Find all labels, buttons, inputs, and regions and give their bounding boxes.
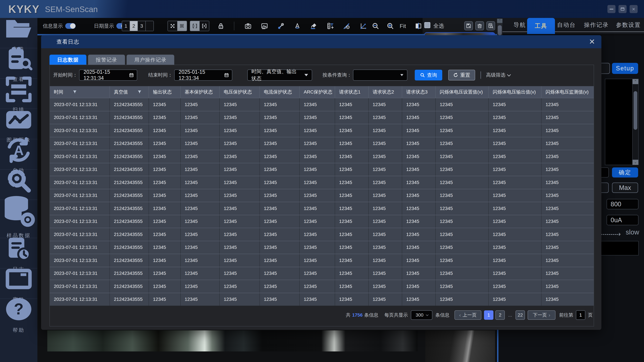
table-row[interactable]: 2023-07-01 12:13:31212423435551234512345… bbox=[50, 228, 594, 241]
confirm-button[interactable]: 确定 bbox=[612, 167, 638, 177]
image-thumbnail[interactable] bbox=[424, 32, 495, 35]
max-button[interactable]: Max bbox=[612, 183, 638, 193]
detector-listbox[interactable]: ⌃ ⌄ bbox=[605, 79, 639, 165]
voltage-input[interactable]: 800 bbox=[606, 199, 638, 209]
scroll-down-icon[interactable]: ⌄ bbox=[632, 160, 638, 165]
table-row[interactable]: 2023-07-01 12:13:31212423435551234512345… bbox=[50, 98, 594, 111]
delete-image-button[interactable] bbox=[475, 21, 484, 30]
table-row[interactable]: 2023-07-01 12:13:31212423435551234512345… bbox=[50, 254, 594, 267]
zoom-in-button[interactable] bbox=[386, 21, 395, 31]
right-tab-2[interactable]: 工具 bbox=[527, 18, 555, 34]
pattern-sparse-button[interactable] bbox=[168, 21, 177, 31]
table-row[interactable]: 2023-07-01 12:13:31212423435551234512345… bbox=[50, 150, 594, 163]
per-page-select[interactable]: 300 bbox=[411, 310, 432, 320]
image-list-scrollbar[interactable]: ⌃ bbox=[497, 18, 502, 35]
view-button-blank[interactable] bbox=[146, 21, 154, 31]
column-header[interactable]: 真空值 bbox=[110, 86, 149, 98]
dialog-tab[interactable]: 日志数据 bbox=[50, 55, 86, 65]
column-header[interactable]: 电压保护状态 bbox=[220, 86, 260, 98]
scrollbar-thumb[interactable] bbox=[634, 91, 637, 130]
goto-page-input[interactable]: 1 bbox=[576, 310, 585, 320]
end-time-input[interactable]: 2025-01-15 12:31:34 bbox=[174, 69, 232, 81]
right-tab-4[interactable]: 操作记录 bbox=[584, 18, 609, 32]
field-select[interactable]: 时间、真空值、输出状态 bbox=[247, 69, 312, 81]
marker-button[interactable] bbox=[309, 21, 318, 31]
column-header[interactable]: 请求状态1 bbox=[335, 86, 368, 98]
right-tab-3[interactable]: 自动台 bbox=[557, 18, 576, 32]
setup-button[interactable]: Setup bbox=[612, 63, 638, 74]
dialog-header[interactable]: 查看日志 ✕ bbox=[41, 35, 602, 48]
sidebar-item-view[interactable]: 查看 bbox=[0, 48, 38, 79]
dialog-tab[interactable]: 报警记录 bbox=[88, 55, 125, 65]
text-button[interactable] bbox=[293, 21, 302, 31]
advanced-filter-button[interactable]: 高级筛选 bbox=[486, 72, 510, 78]
pattern-dense-button[interactable] bbox=[177, 21, 187, 31]
current-input[interactable]: 0uA bbox=[606, 215, 638, 225]
view-button-1[interactable]: 1 bbox=[122, 21, 130, 31]
right-tab-1[interactable]: 导航 bbox=[514, 18, 526, 32]
table-row[interactable]: 2023-07-01 12:13:31212423435551234512345… bbox=[50, 293, 594, 306]
zoom-out-button[interactable] bbox=[371, 21, 380, 31]
minimize-button[interactable] bbox=[608, 5, 616, 13]
dialog-tab[interactable]: 用户操作记录 bbox=[126, 55, 174, 65]
sidebar-item-log[interactable]: 日志 bbox=[0, 238, 38, 269]
sidebar-item-help[interactable]: ?帮助 bbox=[0, 299, 38, 329]
column-header[interactable]: 请求状态3 bbox=[402, 86, 436, 98]
table-row[interactable]: 2023-07-01 12:13:31212423435551234512345… bbox=[50, 280, 594, 293]
sidebar-item-graphics[interactable]: 图形图像 bbox=[0, 109, 38, 139]
maximize-button[interactable] bbox=[618, 5, 626, 13]
column-header[interactable]: 闪烁体电压输出值(v) bbox=[489, 86, 542, 98]
table-row[interactable]: 2023-07-01 12:13:31212423435551234512345… bbox=[50, 176, 594, 189]
table-row[interactable]: 2023-07-01 12:13:31212423435551234512345… bbox=[50, 241, 594, 254]
sidebar-item-scan[interactable]: 扫描 bbox=[0, 79, 38, 109]
image-button[interactable] bbox=[260, 21, 269, 31]
sidebar-item-folder[interactable]: 文件 bbox=[0, 18, 38, 48]
page-number-button[interactable]: 22 bbox=[516, 310, 525, 320]
column-header[interactable]: 闪烁体电压监测值(v) bbox=[542, 86, 594, 98]
listbox-scrollbar[interactable]: ⌃ ⌄ bbox=[632, 79, 638, 165]
table-row[interactable]: 2023-07-01 12:13:31212423435551234512345… bbox=[50, 111, 594, 124]
dialog-close-button[interactable]: ✕ bbox=[588, 37, 596, 46]
query-button[interactable]: 查询 bbox=[415, 70, 442, 80]
close-window-button[interactable]: × bbox=[630, 5, 638, 13]
table-row[interactable]: 2023-07-01 12:13:31212423435551234512345… bbox=[50, 124, 594, 137]
condition-select[interactable] bbox=[353, 69, 407, 81]
next-page-button[interactable]: 下一页 › bbox=[528, 310, 556, 320]
column-header[interactable]: 闪烁体电压设置值(v) bbox=[436, 86, 489, 98]
measure-button[interactable] bbox=[326, 21, 335, 31]
start-time-input[interactable]: 2025-01-15 12:31:34 bbox=[79, 69, 137, 81]
column-header[interactable]: 电流保护状态 bbox=[260, 86, 300, 98]
page-number-button[interactable]: 1 bbox=[484, 310, 494, 320]
view-button-2[interactable]: 2 bbox=[130, 21, 138, 31]
save-image-button[interactable] bbox=[464, 21, 473, 30]
column-header[interactable]: 时间 bbox=[50, 86, 110, 98]
camera-button[interactable] bbox=[243, 21, 253, 31]
split-view-button[interactable] bbox=[414, 21, 423, 31]
info-display-toggle[interactable] bbox=[65, 23, 76, 29]
view-button-3[interactable]: 3 bbox=[138, 21, 146, 31]
table-row[interactable]: 2023-07-01 12:13:31212423435551234512345… bbox=[50, 215, 594, 228]
sidebar-item-sample-data[interactable]: 样品数据 管理 bbox=[0, 200, 38, 238]
scroll-up-icon[interactable]: ⌃ bbox=[632, 79, 638, 84]
fit-button[interactable]: Fit bbox=[400, 23, 406, 29]
table-row[interactable]: 2023-07-01 12:13:31212423435551234512345… bbox=[50, 202, 594, 215]
scrollbar-thumb[interactable] bbox=[498, 25, 502, 35]
protractor-button[interactable] bbox=[342, 21, 351, 31]
image-report-button[interactable] bbox=[486, 21, 495, 30]
area-solid-button[interactable] bbox=[200, 21, 209, 31]
right-tab-5[interactable]: 参数设置 bbox=[616, 18, 641, 32]
column-header[interactable]: 基本保护状态 bbox=[180, 86, 220, 98]
sidebar-item-window[interactable]: 窗口 bbox=[0, 269, 38, 299]
scroll-up-icon[interactable]: ⌃ bbox=[497, 18, 502, 23]
column-header[interactable]: 请求状态2 bbox=[368, 86, 402, 98]
table-row[interactable]: 2023-07-01 12:13:31212423435551234512345… bbox=[50, 267, 594, 280]
table-row[interactable]: 2023-07-01 12:13:31212423435551234512345… bbox=[50, 189, 594, 202]
table-row[interactable]: 2023-07-01 12:13:31212423435551234512345… bbox=[50, 163, 594, 176]
select-all-checkbox[interactable] bbox=[424, 22, 430, 28]
table-row[interactable]: 2023-07-01 12:13:31212423435551234512345… bbox=[50, 137, 594, 150]
wrench-button[interactable] bbox=[276, 21, 286, 31]
sidebar-item-auto[interactable]: A自动 bbox=[0, 139, 38, 170]
area-dashed-button[interactable] bbox=[190, 21, 200, 31]
column-header[interactable]: 输出状态 bbox=[149, 86, 180, 98]
reset-button[interactable]: 重置 bbox=[448, 70, 475, 80]
